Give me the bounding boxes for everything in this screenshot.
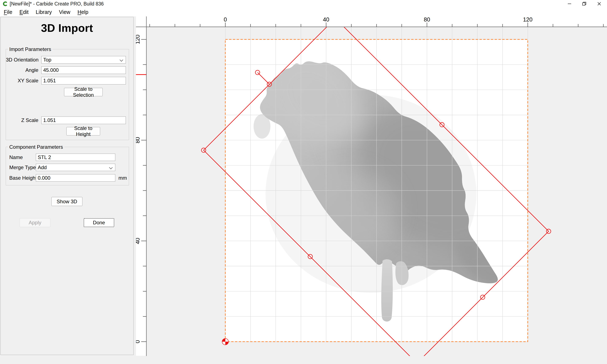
xy-scale-label: XY Scale: [6, 77, 38, 84]
base-height-label: Base Height: [9, 174, 37, 182]
top-ruler: [136, 16, 607, 27]
chevron-down-icon: [120, 58, 123, 62]
chevron-down-icon: [109, 166, 113, 169]
scale-to-selection-button[interactable]: Scale to Selection: [64, 88, 103, 96]
orientation-value: Top: [43, 57, 52, 63]
top-ruler-label: 120: [523, 16, 532, 23]
minimize-button[interactable]: [563, 0, 576, 8]
left-ruler: [136, 27, 146, 356]
menu-item-file[interactable]: File: [0, 8, 16, 16]
left-ruler-label: 120: [136, 35, 141, 44]
menu-item-library[interactable]: Library: [32, 8, 55, 16]
angle-label: Angle: [6, 66, 38, 74]
apply-button[interactable]: Apply: [20, 218, 50, 227]
minimize-icon: [567, 1, 572, 6]
model-front-paw: [381, 259, 393, 322]
orientation-select[interactable]: Top: [41, 56, 126, 64]
menu-bar: FileEditLibraryViewHelp: [0, 8, 607, 16]
z-scale-label: Z Scale: [6, 117, 38, 124]
base-height-input[interactable]: [36, 174, 115, 182]
close-icon: [597, 1, 602, 6]
base-height-unit: mm: [119, 174, 127, 182]
top-ruler-label: 0: [224, 16, 227, 23]
show-3d-button[interactable]: Show 3D: [52, 197, 82, 206]
left-ruler-label: 0: [136, 340, 141, 343]
scale-to-height-button[interactable]: Scale to Height: [66, 127, 100, 135]
merge-type-select[interactable]: Add: [36, 164, 115, 171]
app-logo-icon: [2, 1, 8, 6]
menu-item-edit[interactable]: Edit: [16, 8, 32, 16]
3d-import-panel: 3D Import Import Parameters 3D Orientati…: [0, 17, 134, 355]
restore-icon: [582, 1, 587, 6]
component-parameters-legend: Component Parameters: [8, 144, 64, 150]
merge-type-value: Add: [38, 165, 47, 170]
menu-item-view[interactable]: View: [55, 8, 74, 16]
component-parameters-group: Component Parameters Name Merge Type Add…: [6, 147, 129, 185]
import-parameters-legend: Import Parameters: [8, 46, 53, 52]
angle-input[interactable]: [41, 66, 126, 74]
origin-marker: [222, 338, 228, 345]
title-bar: [NewFile]* - Carbide Create PRO, Build 8…: [0, 0, 607, 8]
design-canvas[interactable]: 0408012012080400: [136, 16, 607, 356]
window-title: [NewFile]* - Carbide Create PRO, Build 8…: [10, 0, 104, 8]
merge-type-label: Merge Type: [9, 164, 36, 171]
top-ruler-label: 80: [424, 16, 430, 23]
done-button[interactable]: Done: [84, 218, 114, 227]
name-input[interactable]: [36, 154, 115, 161]
top-ruler-label: 40: [323, 16, 329, 23]
import-parameters-group: Import Parameters 3D Orientation Top Ang…: [6, 49, 129, 140]
name-label: Name: [9, 154, 23, 161]
left-ruler-label: 40: [136, 238, 141, 244]
close-button[interactable]: [592, 0, 606, 8]
z-scale-input[interactable]: [41, 117, 126, 124]
xy-scale-input[interactable]: [41, 77, 126, 84]
orientation-label: 3D Orientation: [6, 56, 38, 64]
restore-button[interactable]: [577, 0, 591, 8]
left-ruler-label: 80: [136, 137, 141, 143]
page-title: 3D Import: [1, 22, 133, 34]
menu-item-help[interactable]: Help: [74, 8, 92, 16]
